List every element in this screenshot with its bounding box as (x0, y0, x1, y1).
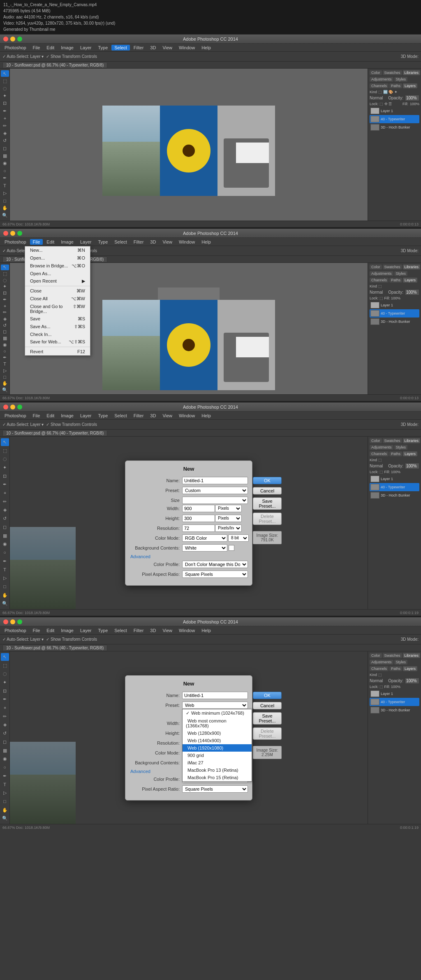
path-select-tool-1[interactable]: ▷ (1, 190, 9, 196)
path-select-tool-3[interactable]: ▷ (1, 574, 9, 582)
ok-button-3[interactable]: OK (253, 477, 282, 484)
close-button-1[interactable] (3, 37, 8, 41)
pen-tool-2[interactable]: ✒ (1, 355, 9, 361)
file-close-bridge-2[interactable]: Close and Go to Bridge...⇧⌘W (25, 303, 90, 315)
move-tool-4[interactable]: ↖ (1, 653, 9, 661)
history-brush-tool-1[interactable]: ↺ (1, 138, 9, 144)
color-tab-2[interactable]: Color (370, 265, 382, 269)
width-input-3[interactable] (182, 505, 215, 512)
menu-view-1[interactable]: View (160, 45, 175, 51)
layers-tab-1[interactable]: Layers (403, 83, 417, 88)
magic-wand-tool-4[interactable]: ✦ (1, 679, 9, 686)
crop-tool-4[interactable]: ⊡ (1, 687, 9, 695)
menu-edit-1[interactable]: Edit (44, 45, 57, 51)
layer-3-item-4[interactable]: 3D - Hoch Bunker (370, 706, 419, 714)
styles-tab-3[interactable]: Styles (394, 445, 408, 450)
dodge-tool-1[interactable]: ○ (1, 168, 9, 174)
maximize-button-3[interactable] (17, 405, 22, 409)
history-brush-tool-4[interactable]: ↺ (1, 729, 9, 737)
eyedropper-tool-4[interactable]: ✒ (1, 696, 9, 704)
width-unit-3[interactable]: Pixels (215, 505, 242, 512)
libraries-tab-2[interactable]: Libraries (403, 265, 421, 269)
file-close-2[interactable]: Close⌘W (25, 287, 90, 295)
marquee-tool-4[interactable]: ⬚ (1, 662, 9, 669)
menu-window-4[interactable]: Window (176, 628, 198, 633)
menu-3d-1[interactable]: 3D (147, 45, 159, 51)
healing-tool-4[interactable]: ⌖ (1, 704, 9, 712)
stamp-tool-1[interactable]: ◈ (1, 130, 9, 137)
gradient-tool-3[interactable]: ▦ (1, 532, 9, 540)
preset-item-mbp15-4[interactable]: MacBook Pro 15 (Retina) (183, 774, 252, 781)
zoom-tool-1[interactable]: 🔍 (1, 212, 9, 219)
path-select-tool-2[interactable]: ▷ (1, 368, 9, 373)
file-check-in-2[interactable]: Check In... (25, 331, 90, 338)
dodge-tool-2[interactable]: ○ (1, 348, 9, 354)
color-depth-select-3[interactable]: 8 bit (228, 534, 249, 542)
pen-tool-3[interactable]: ✒ (1, 557, 9, 565)
eraser-tool-4[interactable]: ◻ (1, 738, 9, 746)
eyedropper-tool-2[interactable]: ✒ (1, 297, 9, 303)
eraser-tool-2[interactable]: ◻ (1, 329, 9, 335)
menu-image-2[interactable]: Image (58, 239, 76, 245)
marquee-tool-3[interactable]: ⬚ (1, 447, 9, 455)
libraries-tab-3[interactable]: Libraries (403, 438, 421, 443)
preset-item-web-1440-4[interactable]: Web (1440x900) (183, 737, 252, 744)
channels-tab-1[interactable]: Channels (370, 83, 389, 88)
file-close-all-2[interactable]: Close All⌥⌘W (25, 295, 90, 303)
file-save-2[interactable]: Save⌘S (25, 315, 90, 323)
libraries-tab-4[interactable]: Libraries (403, 653, 421, 658)
libraries-tab-1[interactable]: Libraries (403, 70, 421, 75)
text-tool-2[interactable]: T (1, 361, 9, 367)
shape-tool-2[interactable]: □ (1, 374, 9, 380)
blur-tool-2[interactable]: ◉ (1, 342, 9, 347)
path-select-tool-4[interactable]: ▷ (1, 789, 9, 797)
lasso-tool-4[interactable]: ◌ (1, 670, 9, 678)
menu-3d-2[interactable]: 3D (147, 239, 159, 245)
stamp-tool-2[interactable]: ◈ (1, 316, 9, 322)
file-new-2[interactable]: New...⌘N (25, 246, 90, 254)
preset-item-900grid-4[interactable]: 900 grid (183, 752, 252, 759)
styles-tab-2[interactable]: Styles (394, 271, 408, 276)
doc-tab-1[interactable]: 10 - Sunflower.psd @ 66.7% (40 - Typewri… (2, 62, 107, 68)
resolution-unit-3[interactable]: Pixels/Inch (215, 525, 242, 532)
marquee-tool-1[interactable]: ⬚ (1, 78, 9, 84)
magic-wand-tool-3[interactable]: ✦ (1, 464, 9, 472)
eraser-tool-3[interactable]: ◻ (1, 523, 9, 531)
file-browse-2[interactable]: Browse in Bridge...⌥⌘O (25, 262, 90, 270)
menu-type-4[interactable]: Type (95, 628, 111, 633)
blur-tool-4[interactable]: ◉ (1, 755, 9, 763)
adjustments-tab-4[interactable]: Adjustments (370, 660, 393, 665)
swatches-tab-4[interactable]: Swatches (383, 653, 402, 658)
menu-edit-2[interactable]: Edit (44, 239, 57, 245)
zoom-tool-2[interactable]: 🔍 (1, 387, 9, 393)
preset-select-3[interactable]: Custom (182, 487, 248, 494)
color-tab-3[interactable]: Color (370, 438, 382, 443)
menu-layer-1[interactable]: Layer (77, 45, 95, 51)
shape-tool-3[interactable]: □ (1, 583, 9, 591)
menu-photoshop-3[interactable]: Photoshop (2, 413, 29, 419)
layers-tab-2[interactable]: Layers (403, 278, 417, 283)
paths-tab-2[interactable]: Paths (389, 278, 402, 283)
menu-filter-1[interactable]: Filter (131, 45, 146, 51)
stamp-tool-3[interactable]: ◈ (1, 506, 9, 514)
brush-tool-2[interactable]: ✏ (1, 310, 9, 315)
menu-photoshop-4[interactable]: Photoshop (2, 628, 29, 633)
bg-contents-select-3[interactable]: White (182, 544, 227, 552)
file-open-2[interactable]: Open...⌘O (25, 254, 90, 262)
color-mode-select-3[interactable]: RGB Color (182, 534, 227, 542)
menu-file-1[interactable]: File (30, 45, 43, 51)
ok-button-4[interactable]: OK (253, 692, 282, 699)
menu-file-4[interactable]: File (30, 628, 43, 633)
menu-window-2[interactable]: Window (176, 239, 198, 245)
menu-layer-2[interactable]: Layer (77, 239, 95, 245)
menu-window-3[interactable]: Window (176, 413, 198, 419)
color-profile-select-3[interactable]: Don't Color Manage this Document (182, 561, 248, 568)
menu-view-2[interactable]: View (160, 239, 175, 245)
menu-image-4[interactable]: Image (58, 628, 76, 633)
magic-wand-tool-2[interactable]: ✦ (1, 284, 9, 290)
healing-tool-2[interactable]: ⌖ (1, 303, 9, 309)
eraser-tool-1[interactable]: ◻ (1, 145, 9, 152)
preset-item-web-1280-4[interactable]: Web (1280x900) (183, 729, 252, 737)
opacity-input-4[interactable] (405, 678, 419, 684)
layer-2-item-2[interactable]: 40 - Typewriter (370, 309, 419, 317)
